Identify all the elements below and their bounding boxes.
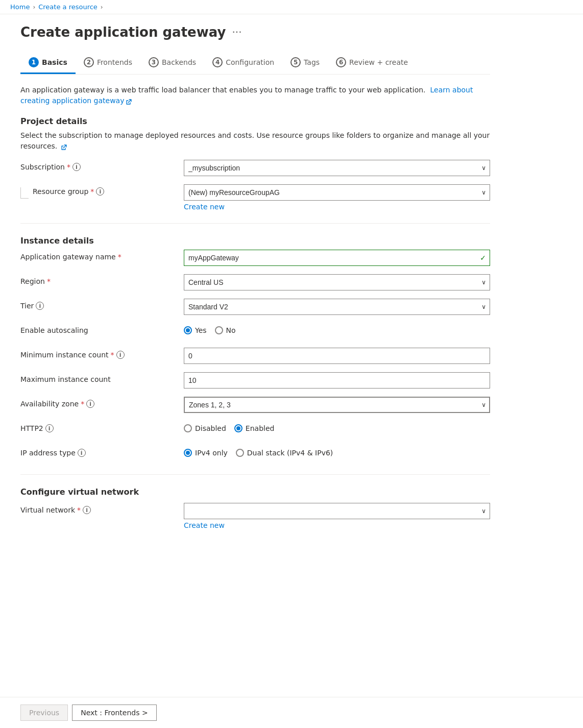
- tab-backends[interactable]: 3 Backends: [140, 52, 204, 74]
- tab-review-create[interactable]: 6 Review + create: [328, 52, 416, 74]
- autoscaling-yes-radio[interactable]: [184, 326, 192, 334]
- tab-frontends-label: Frontends: [97, 58, 132, 66]
- resource-group-select[interactable]: (New) myResourceGroupAG: [184, 184, 490, 201]
- virtual-network-select-wrapper: ∨: [184, 503, 490, 519]
- ip-address-type-control: IPv4 only Dual stack (IPv4 & IPv6): [184, 446, 490, 457]
- max-instance-row: Maximum instance count 10: [20, 372, 490, 389]
- bottom-spacer: [20, 538, 490, 578]
- min-instance-input[interactable]: 0: [184, 348, 490, 364]
- autoscaling-radio-group: Yes No: [184, 323, 490, 334]
- availability-zone-label: Availability zone: [20, 400, 79, 408]
- autoscaling-no-text: No: [226, 326, 236, 334]
- main-content: Create application gateway ··· 1 Basics …: [0, 14, 511, 599]
- ip-ipv4-radio[interactable]: [184, 449, 192, 457]
- http2-row: HTTP2 i Disabled Enabled: [20, 421, 490, 438]
- http2-disabled-text: Disabled: [195, 424, 226, 432]
- subscription-info-icon[interactable]: i: [72, 163, 81, 171]
- http2-label: HTTP2: [20, 424, 43, 432]
- virtual-network-label: Virtual network: [20, 506, 75, 514]
- autoscaling-no-radio[interactable]: [215, 326, 223, 334]
- previous-button[interactable]: Previous: [20, 705, 68, 721]
- ip-address-type-info-icon[interactable]: i: [78, 449, 86, 457]
- availability-zone-row: Availability zone * i Zones 1, 2, 3 ∨: [20, 397, 490, 413]
- virtual-network-label-container: Virtual network * i: [20, 503, 184, 514]
- ip-address-type-row: IP address type i IPv4 only Dual stack (…: [20, 446, 490, 462]
- min-instance-label-container: Minimum instance count * i: [20, 348, 184, 359]
- resource-group-label: Resource group * i: [33, 187, 104, 196]
- tab-review-label: Review + create: [349, 58, 408, 66]
- http2-enabled-radio[interactable]: [234, 424, 242, 432]
- breadcrumb-home[interactable]: Home: [10, 3, 30, 11]
- virtual-network-create-new[interactable]: Create new: [184, 521, 225, 529]
- availability-zone-label-container: Availability zone * i: [20, 397, 184, 408]
- max-instance-label: Maximum instance count: [20, 375, 111, 383]
- http2-disabled-radio[interactable]: [184, 424, 192, 432]
- resource-group-create-new[interactable]: Create new: [184, 203, 225, 211]
- availability-zone-info-icon[interactable]: i: [86, 400, 94, 408]
- page-title-ellipsis[interactable]: ···: [232, 26, 241, 38]
- tier-select[interactable]: Standard V2: [184, 299, 490, 315]
- autoscaling-label-container: Enable autoscaling: [20, 323, 184, 334]
- tab-configuration[interactable]: 4 Configuration: [204, 52, 282, 74]
- resource-group-control: (New) myResourceGroupAG ∨ Create new: [184, 184, 490, 211]
- autoscaling-row: Enable autoscaling Yes No: [20, 323, 490, 339]
- tab-backends-label: Backends: [162, 58, 196, 66]
- autoscaling-control: Yes No: [184, 323, 490, 334]
- resource-group-row: Resource group * i (New) myResourceGroup…: [20, 184, 490, 211]
- ip-dual-stack-label[interactable]: Dual stack (IPv4 & IPv6): [236, 449, 333, 457]
- virtual-network-control: ∨ Create new: [184, 503, 490, 529]
- app-gateway-name-input[interactable]: myAppGateway: [184, 250, 490, 266]
- virtual-network-info-icon[interactable]: i: [83, 506, 91, 514]
- http2-enabled-text: Enabled: [246, 424, 275, 432]
- availability-zone-control: Zones 1, 2, 3 ∨: [184, 397, 490, 413]
- autoscaling-yes-label[interactable]: Yes: [184, 326, 207, 334]
- virtual-network-select[interactable]: [184, 503, 490, 519]
- next-button[interactable]: Next : Frontends >: [72, 705, 157, 721]
- min-instance-row: Minimum instance count * i 0: [20, 348, 490, 364]
- max-instance-label-container: Maximum instance count: [20, 372, 184, 383]
- breadcrumb-create-resource[interactable]: Create a resource: [38, 3, 98, 11]
- tier-control: Standard V2 ∨: [184, 299, 490, 315]
- tab-frontends[interactable]: 2 Frontends: [76, 52, 140, 74]
- page-description: An application gateway is a web traffic …: [20, 85, 490, 106]
- footer: Previous Next : Frontends >: [0, 697, 583, 728]
- availability-zone-select[interactable]: Zones 1, 2, 3: [184, 397, 490, 413]
- http2-control: Disabled Enabled: [184, 421, 490, 432]
- subscription-select-wrapper: _mysubscription ∨: [184, 160, 490, 176]
- instance-details-title: Instance details: [20, 236, 490, 246]
- breadcrumb-sep-1: ›: [33, 4, 35, 11]
- ip-dual-stack-text: Dual stack (IPv4 & IPv6): [247, 449, 333, 457]
- ip-address-type-label-container: IP address type i: [20, 446, 184, 457]
- http2-info-icon[interactable]: i: [45, 424, 54, 432]
- min-instance-info-icon[interactable]: i: [116, 351, 125, 359]
- ip-ipv4-label[interactable]: IPv4 only: [184, 449, 228, 457]
- wizard-tabs: 1 Basics 2 Frontends 3 Backends 4 Config…: [20, 52, 490, 75]
- autoscaling-no-label[interactable]: No: [215, 326, 236, 334]
- tab-frontends-number: 2: [84, 57, 94, 67]
- http2-enabled-label[interactable]: Enabled: [234, 424, 275, 432]
- region-select-wrapper: Central US ∨: [184, 274, 490, 290]
- top-bar: Home › Create a resource ›: [0, 0, 583, 14]
- tab-basics-number: 1: [29, 57, 39, 67]
- subscription-row: Subscription * i _mysubscription ∨: [20, 160, 490, 176]
- tab-basics[interactable]: 1 Basics: [20, 52, 76, 74]
- tier-label: Tier: [20, 302, 34, 310]
- min-instance-control: 0: [184, 348, 490, 364]
- tab-configuration-number: 4: [212, 57, 223, 67]
- http2-disabled-label[interactable]: Disabled: [184, 424, 226, 432]
- virtual-network-required: *: [77, 506, 81, 514]
- tier-info-icon[interactable]: i: [36, 302, 44, 310]
- subscription-required: *: [67, 163, 70, 171]
- tier-select-wrapper: Standard V2 ∨: [184, 299, 490, 315]
- region-select[interactable]: Central US: [184, 274, 490, 290]
- region-required: *: [47, 277, 51, 285]
- tab-backends-number: 3: [149, 57, 159, 67]
- max-instance-input[interactable]: 10: [184, 372, 490, 389]
- resource-group-info-icon[interactable]: i: [96, 187, 104, 196]
- ip-dual-stack-radio[interactable]: [236, 449, 244, 457]
- tab-tags[interactable]: 5 Tags: [282, 52, 328, 74]
- region-row: Region * Central US ∨: [20, 274, 490, 290]
- tier-label-container: Tier i: [20, 299, 184, 310]
- subscription-select[interactable]: _mysubscription: [184, 160, 490, 176]
- region-label-container: Region *: [20, 274, 184, 285]
